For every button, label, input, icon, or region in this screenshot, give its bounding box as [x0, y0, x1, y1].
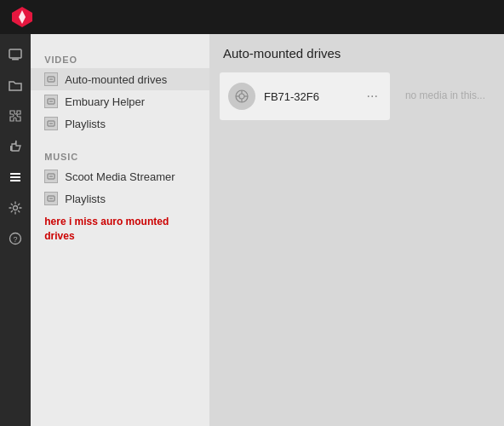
nav-label-playlists-music: Playlists — [65, 193, 106, 205]
drive-menu-button[interactable]: ··· — [364, 87, 381, 106]
sidebar-icon-media[interactable] — [2, 41, 29, 68]
kodi-logo-icon — [10, 5, 34, 29]
nav-item-scoot-media[interactable]: Scoot Media Streamer — [31, 165, 209, 187]
nav-label-playlists-video: Playlists — [65, 118, 106, 130]
nav-item-playlists-video[interactable]: Playlists — [31, 112, 209, 135]
svg-point-22 — [239, 94, 244, 99]
sidebar-icon-puzzle[interactable] — [2, 102, 29, 130]
content-body: FB71-32F6 ··· no media in this... — [209, 69, 504, 426]
sidebar-icon-help[interactable]: ? — [2, 225, 29, 252]
svg-rect-7 — [10, 180, 20, 181]
svg-rect-2 — [9, 49, 21, 58]
missing-drives-text: here i miss auro mounted drives — [31, 210, 209, 249]
svg-point-8 — [14, 206, 18, 210]
nav-label-auto-mounted: Auto-mounted drives — [65, 73, 167, 86]
nav-item-icon-scoot — [44, 170, 58, 183]
nav-item-icon-playlists-video — [44, 117, 58, 130]
section-label-video: VIDEO — [31, 48, 209, 68]
no-media-text: no media in this... — [397, 72, 494, 423]
nav-item-embuary-helper[interactable]: Embuary Helper — [31, 90, 209, 112]
nav-item-icon-playlists-music — [44, 192, 58, 205]
svg-rect-5 — [10, 173, 20, 175]
sidebar-icon-settings[interactable] — [2, 194, 29, 222]
nav-item-playlists-music[interactable]: Playlists — [31, 187, 209, 210]
nav-item-icon-embuary — [44, 95, 58, 108]
svg-text:?: ? — [14, 235, 18, 244]
drive-name-fb71: FB71-32F6 — [264, 90, 355, 103]
svg-rect-4 — [10, 146, 12, 151]
svg-rect-6 — [10, 176, 20, 178]
section-label-music: MUSIC — [31, 145, 209, 165]
topbar — [0, 0, 504, 34]
sidebar-icon-thumb[interactable] — [2, 133, 29, 160]
nav-label-scoot: Scoot Media Streamer — [65, 170, 175, 183]
icon-sidebar: ? — [0, 34, 31, 426]
nav-sidebar: VIDEO Auto-mounted drives Embuary Helper… — [31, 34, 209, 426]
content-area: Auto-mounted drives FB71-32F6 ··· no me — [209, 34, 504, 426]
drive-card-fb71[interactable]: FB71-32F6 ··· — [220, 72, 390, 120]
sidebar-icon-folder[interactable] — [2, 72, 29, 99]
main-layout: ? VIDEO Auto-mounted drives Embuary Help… — [0, 34, 504, 426]
nav-label-embuary: Embuary Helper — [65, 95, 145, 108]
nav-item-icon-auto-mounted — [44, 72, 58, 86]
drive-icon-fb71 — [228, 83, 255, 110]
sidebar-icon-list[interactable] — [2, 164, 29, 191]
nav-item-auto-mounted-drives[interactable]: Auto-mounted drives — [31, 68, 209, 90]
content-header: Auto-mounted drives — [209, 34, 504, 69]
svg-rect-3 — [12, 59, 19, 60]
